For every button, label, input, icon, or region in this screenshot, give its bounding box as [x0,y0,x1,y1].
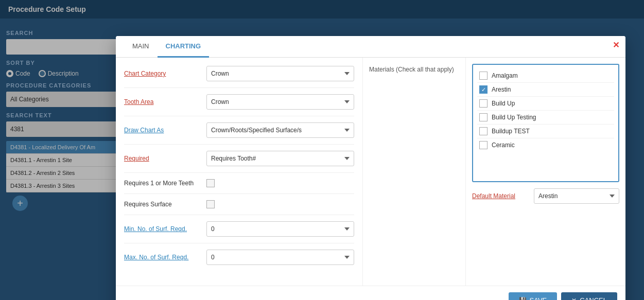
materials-label: Materials (Check all that apply) [369,66,459,73]
buildup-test-checkbox[interactable] [479,127,488,135]
requires-surface-control[interactable] [206,200,354,208]
required-label: Required [124,155,206,162]
modal: MAIN CHARTING ✕ Chart Category Crown Too… [116,36,625,300]
materials-section: Materials (Check all that apply) [363,58,466,286]
min-surf-label: Min. No. of Surf. Reqd. [124,225,206,233]
chart-category-select[interactable]: Crown [206,66,354,81]
max-surf-select[interactable]: 0 [206,250,354,265]
chart-category-control[interactable]: Crown [206,66,354,81]
max-surf-control[interactable]: 0 [206,250,354,265]
requires-1-or-more-teeth-control[interactable] [206,179,354,187]
min-surf-control[interactable]: 0 [206,221,354,237]
cancel-button[interactable]: ✕ CANCEL [561,292,617,300]
requires-1-or-more-teeth-row: Requires 1 or More Teeth [124,179,354,194]
modal-footer: 💾 SAVE ✕ CANCEL [116,286,625,300]
material-item-buildup[interactable]: Build Up [477,97,614,111]
buildup-checkbox[interactable] [479,99,488,108]
material-item-amalgam[interactable]: Amalgam [477,69,614,83]
amalgam-checkbox[interactable] [479,72,488,80]
close-button[interactable]: ✕ [613,40,619,50]
material-item-buildup-testing[interactable]: Build Up Testing [477,111,614,125]
buildup-label: Build Up [492,100,515,107]
required-control[interactable]: Requires Tooth# [206,151,354,166]
modal-body: Chart Category Crown Tooth Area Crown Dr… [116,58,625,286]
buildup-testing-checkbox[interactable] [479,113,488,121]
default-material-row: Default Material Arestin Amalgam Build U… [472,188,619,204]
cancel-icon: ✕ [571,297,577,301]
min-surf-select[interactable]: 0 [206,221,354,237]
min-surf-row: Min. No. of Surf. Reqd. 0 [124,221,354,243]
amalgam-label: Amalgam [492,72,518,79]
requires-1-or-more-teeth-label: Requires 1 or More Teeth [124,180,206,187]
required-row: Required Requires Tooth# [124,151,354,173]
requires-surface-row: Requires Surface [124,200,354,215]
save-label: SAVE [530,296,547,300]
arestin-checkbox[interactable]: ✓ [479,85,488,94]
material-item-ceramic[interactable]: Ceramic [477,138,614,152]
material-item-buildup-test[interactable]: Buildup TEST [477,125,614,138]
max-surf-row: Max. No. of Surf. Reqd. 0 [124,250,354,271]
tooth-area-row: Tooth Area Crown [124,94,354,116]
buildup-testing-label: Build Up Testing [492,114,536,121]
requires-surface-checkbox[interactable] [206,200,215,208]
material-item-arestin[interactable]: ✓ Arestin [477,83,614,97]
tab-main[interactable]: MAIN [124,36,158,58]
ceramic-checkbox[interactable] [479,141,488,149]
draw-chart-as-label: Draw Chart As [124,127,206,134]
tooth-area-label: Tooth Area [124,98,206,105]
chart-category-label: Chart Category [124,70,206,77]
tab-charting[interactable]: CHARTING [158,36,210,58]
default-material-select[interactable]: Arestin Amalgam Build Up Ceramic [534,188,619,204]
buildup-test-label: Buildup TEST [492,128,530,135]
draw-chart-as-control[interactable]: Crown/Roots/Specified Surface/s [206,122,354,138]
default-material-label: Default Material [472,192,534,200]
cancel-label: CANCEL [580,296,607,300]
draw-chart-as-select[interactable]: Crown/Roots/Specified Surface/s [206,122,354,138]
ceramic-label: Ceramic [492,142,515,149]
arestin-label: Arestin [492,86,511,93]
checklist-section: Amalgam ✓ Arestin Build Up Build Up Test… [466,58,625,286]
form-section: Chart Category Crown Tooth Area Crown Dr… [116,58,363,286]
required-select[interactable]: Requires Tooth# [206,151,354,166]
save-button[interactable]: 💾 SAVE [509,292,558,300]
materials-checklist: Amalgam ✓ Arestin Build Up Build Up Test… [472,64,619,182]
save-icon: 💾 [519,297,527,301]
requires-surface-label: Requires Surface [124,201,206,208]
draw-chart-as-row: Draw Chart As Crown/Roots/Specified Surf… [124,122,354,145]
modal-tabs: MAIN CHARTING ✕ [116,36,625,58]
requires-1-or-more-teeth-checkbox[interactable] [206,179,215,187]
chart-category-row: Chart Category Crown [124,66,354,88]
max-surf-label: Max. No. of Surf. Reqd. [124,254,206,261]
tooth-area-control[interactable]: Crown [206,94,354,110]
tooth-area-select[interactable]: Crown [206,94,354,110]
